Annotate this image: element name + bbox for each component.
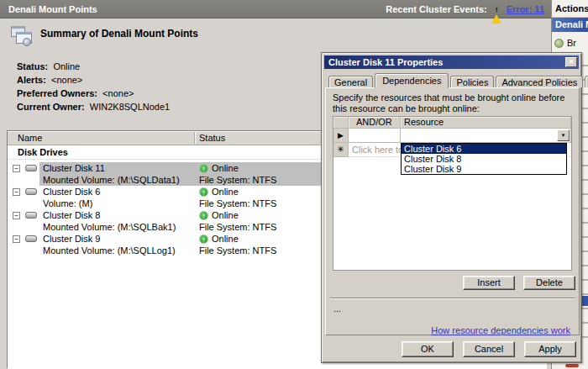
cluster-disk-properties-dialog: Cluster Disk 11 Properties ✕ General Dep… [321,52,582,363]
expander-icon[interactable]: − [13,188,20,196]
instruction-text: Specify the resources that must be broug… [333,92,575,114]
grid-row-current[interactable]: ▶ ▼ [333,129,571,143]
disk-icon [25,235,37,242]
status-text: Online [212,234,239,244]
disk-icon [25,165,37,171]
grid-column-andor: AND/OR [349,117,401,129]
current-row-marker-icon: ▶ [333,129,349,143]
tab-advanced-policies[interactable]: Advanced Policies [496,76,583,87]
actions-pane-clipped-icon [565,364,579,367]
resource-dropdown-list: Cluster Disk 6 Cluster Disk 8 Cluster Di… [401,143,567,175]
filesystem-text: File System: NTFS [199,198,276,208]
recent-cluster-events: Recent Cluster Events: ! Error: 11 [386,4,544,14]
help-link[interactable]: How resource dependencies work [431,325,570,335]
andor-cell[interactable] [349,129,401,143]
delete-button[interactable]: Delete [523,276,575,290]
expander-icon[interactable]: − [13,235,20,243]
recent-events-label: Recent Cluster Events: [386,4,486,14]
status-text: Online [212,210,239,220]
window-titlebar: Denali Mount Points Recent Cluster Event… [0,0,551,18]
filesystem-text: File System: NTFS [199,175,276,185]
preferred-owners-field: Preferred Owners: <none> [17,87,170,100]
alerts-value: <none> [51,75,82,85]
dependency-expression-text: ... [333,303,341,314]
dependencies-grid: AND/OR Resource ▶ ▼ ✳ Click here to add … [333,116,572,271]
dialog-title: Cluster Disk 11 Properties [328,57,443,67]
alerts-field: Alerts: <none> [17,73,170,87]
status-text: Online [212,163,239,173]
filesystem-text: File System: NTFS [199,222,276,232]
summary-title: Summary of Denali Mount Points [40,28,198,40]
dropdown-option[interactable]: Cluster Disk 6 [402,144,566,154]
resource-combobox[interactable]: ▼ [401,129,571,143]
status-field: Status: Online [17,60,170,73]
tab-general[interactable]: General [328,76,373,87]
gear-icon [554,39,564,48]
warning-icon: ! [491,4,502,13]
status-text: Online [212,187,239,197]
grid-header-row: AND/OR Resource [333,117,571,129]
dependencies-tab-page: Specify the resources that must be broug… [325,87,580,335]
tab-policies[interactable]: Policies [450,76,494,87]
preferred-owners-value: <none> [102,88,134,98]
filesystem-text: File System: NTFS [199,245,276,256]
actions-section-denali[interactable]: Denali Mount Points [552,18,588,32]
dialog-titlebar[interactable]: Cluster Disk 11 Properties ✕ [324,55,579,69]
online-status-icon: ↑ [199,187,208,197]
current-owner-value: WIN2K8SQLNode1 [90,102,170,112]
apply-button[interactable]: Apply [524,341,576,357]
cancel-button[interactable]: Cancel [463,341,515,357]
grid-column-resource: Resource [401,117,571,129]
current-owner-field: Current Owner: WIN2K8SQLNode1 [17,100,170,113]
page-title: Denali Mount Points [8,4,97,14]
separator [330,298,575,299]
column-header-status[interactable]: Status [199,133,225,143]
dialog-tabs: General Dependencies Policies Advanced P… [328,74,588,87]
online-status-icon: ↑ [199,235,208,244]
actions-pane-clipped-selected-item [582,296,588,306]
expander-icon[interactable]: − [13,165,20,172]
online-status-icon: ↑ [199,211,208,220]
actions-pane-header: Actions [552,0,588,18]
tab-dependencies[interactable]: Dependencies [375,73,449,88]
tab-shadow-copies[interactable]: Shadow Copies [585,76,588,87]
column-header-name[interactable]: Name [18,133,42,143]
summary-windows-gear-icon [11,26,34,48]
column-divider[interactable] [194,132,195,144]
dropdown-option[interactable]: Cluster Disk 9 [402,164,566,174]
disk-icon [25,188,37,195]
close-icon[interactable]: ✕ [565,57,577,67]
disk-icon [25,212,37,219]
expander-icon[interactable]: − [13,212,20,219]
chevron-down-icon[interactable]: ▼ [557,129,570,141]
actions-item-bring-online[interactable]: Br [552,35,588,50]
error-count-link[interactable]: Error: 11 [507,4,544,14]
new-row-marker-icon: ✳ [333,143,349,157]
dropdown-option[interactable]: Cluster Disk 8 [402,154,566,164]
ok-button[interactable]: OK [402,341,454,357]
status-value: Online [53,61,80,71]
online-status-icon: ↑ [199,164,208,173]
insert-button[interactable]: Insert [463,276,515,290]
summary-fields: Status: Online Alerts: <none> Preferred … [17,60,170,113]
